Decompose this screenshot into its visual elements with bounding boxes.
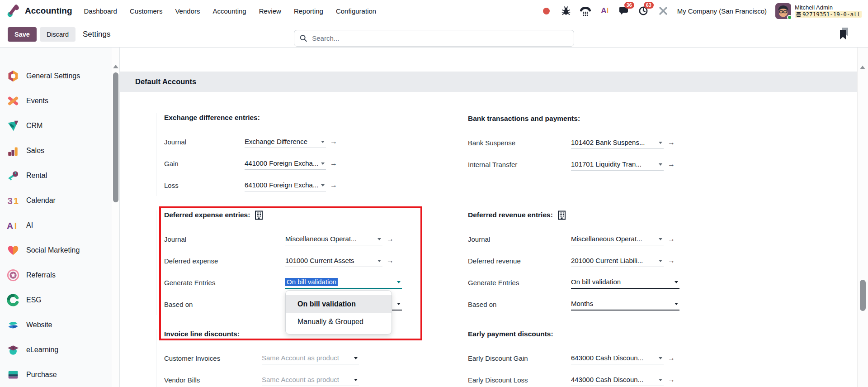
control-panel: Save Discard Settings [0,22,868,48]
internal-link-icon[interactable]: → [668,256,675,265]
internal-link-icon[interactable]: → [330,181,337,190]
avatar [775,3,791,19]
dropdown-caret-icon[interactable] [354,379,358,381]
internal-link-icon[interactable]: → [668,138,675,147]
sidebar-item-purchase[interactable]: Purchase [0,362,112,387]
ai-icon[interactable]: AI [599,5,611,17]
main-scrollbar[interactable] [857,48,868,387]
dropdown-option[interactable]: On bill validation [286,295,392,313]
dropdown-caret-icon[interactable] [321,141,325,143]
sidebar-item-crm[interactable]: CRM [0,113,112,138]
field-select[interactable]: Months [571,298,679,311]
scroll-up-arrow-icon[interactable] [113,65,118,68]
field-label: Vendor Bills [164,376,262,384]
sidebar-item-events[interactable]: Events [0,88,112,113]
dropdown-caret-icon[interactable] [377,260,381,262]
discard-button[interactable]: Discard [40,27,75,42]
group-title-text: Deferred revenue entries: [468,211,553,219]
field-m2o[interactable]: 101402 Bank Suspens... [571,137,664,149]
activities-icon[interactable]: 63 [637,5,650,17]
field-select-placeholder[interactable]: Same Account as product [262,374,359,386]
field-m2o[interactable]: 201000 Current Liabili... [571,255,664,267]
field-m2o[interactable]: Miscellaneous Operat... [571,233,664,245]
internal-link-icon[interactable]: → [330,137,337,146]
company-switcher[interactable]: My Company (San Francisco) [677,7,767,15]
sidebar-scrollbar[interactable] [112,48,120,387]
dropdown-caret-icon[interactable] [321,162,325,165]
scroll-up-arrow-icon[interactable] [860,66,865,69]
menu-configuration[interactable]: Configuration [336,7,376,15]
dropdown-caret-icon[interactable] [659,357,662,359]
settings-group-exchange: Exchange difference entries:JournalExcha… [156,113,423,196]
voip-phone-icon[interactable] [579,5,592,17]
field-value: On bill validation [285,278,338,286]
internal-link-icon[interactable]: → [387,234,394,244]
sidebar-item-calendar[interactable]: 31Calendar [0,188,112,213]
sidebar-item-rental[interactable]: Rental [0,163,112,188]
field-m2o[interactable]: 643000 Cash Discoun... [571,352,664,364]
field-select[interactable]: On bill validation [571,277,679,289]
search-input[interactable] [311,34,568,43]
menu-dashboard[interactable]: Dashboard [84,7,117,15]
bug-icon[interactable] [560,5,572,17]
save-button[interactable]: Save [8,27,37,42]
internal-link-icon[interactable]: → [387,256,394,265]
app-switcher[interactable]: Accounting [6,4,72,18]
internal-link-icon[interactable]: → [668,234,675,244]
field-m2o[interactable]: 641000 Foreign Excha... [245,179,326,191]
sidebar-item-sales[interactable]: Sales [0,138,112,163]
sidebar-item-ai[interactable]: AIAI [0,213,112,238]
dropdown-caret-icon[interactable] [659,238,662,240]
sidebar-item-elearning[interactable]: eLearning [0,337,112,362]
sidebar-item-esg[interactable]: ESG [0,287,112,312]
sidebar-item-social-marketing[interactable]: Social Marketing [0,238,112,263]
sidebar-item-website[interactable]: Website [0,312,112,337]
dropdown-caret-icon[interactable] [675,303,678,305]
field-select-open[interactable]: On bill validationOn bill validationManu… [285,277,402,289]
field-m2o[interactable]: 443000 Cash Discoun... [571,374,664,386]
menu-reporting[interactable]: Reporting [294,7,323,15]
social-marketing-icon [6,243,20,258]
sidebar-item-general-settings[interactable]: General Settings [0,63,112,88]
dropdown-caret-icon[interactable] [659,142,662,144]
user-menu[interactable]: Mitchell Admin 92719351-19-0-all [775,3,862,19]
bookmark-icon[interactable] [838,27,850,41]
field-m2o[interactable]: 101000 Current Assets [285,255,382,267]
dropdown-caret-icon[interactable] [397,303,401,305]
dropdown-caret-icon[interactable] [397,281,401,283]
field-label: Journal [468,235,571,243]
field-m2o[interactable]: Miscellaneous Operat... [285,233,382,245]
field-m2o[interactable]: 441000 Foreign Excha... [245,158,326,170]
internal-link-icon[interactable]: → [668,375,675,384]
tools-icon[interactable] [657,5,670,17]
dropdown-caret-icon[interactable] [659,260,662,262]
menu-vendors[interactable]: Vendors [175,7,200,15]
field-m2o[interactable]: Exchange Difference [245,136,326,148]
dropdown-caret-icon[interactable] [321,184,325,186]
record-dot-icon[interactable] [540,5,553,17]
menu-accounting[interactable]: Accounting [212,7,246,15]
dropdown-caret-icon[interactable] [675,281,678,283]
dropdown-caret-icon[interactable] [659,163,662,166]
field-label: Journal [164,235,285,243]
sidebar-scroll-thumb[interactable] [113,72,118,202]
dropdown-caret-icon[interactable] [659,379,662,381]
sidebar-item-referrals[interactable]: Referrals [0,263,112,287]
internal-link-icon[interactable]: → [330,159,337,168]
field-m2o[interactable]: 101701 Liquidity Tran... [571,158,664,171]
svg-text:3: 3 [8,196,13,205]
internal-link-icon[interactable]: → [668,160,675,169]
field-value: 643000 Cash Discoun... [571,354,643,362]
dropdown-caret-icon[interactable] [377,238,381,240]
dropdown-option[interactable]: Manually & Grouped [286,313,392,330]
field-value: Miscellaneous Operat... [571,235,642,243]
menu-customers[interactable]: Customers [130,7,163,15]
search-bar[interactable] [294,30,574,47]
messages-icon[interactable]: 36 [618,5,631,17]
dropdown-caret-icon[interactable] [354,357,358,359]
field-select-placeholder[interactable]: Same Account as product [262,352,359,364]
menu-review[interactable]: Review [259,7,281,15]
internal-link-icon[interactable]: → [668,354,675,363]
main-scroll-thumb[interactable] [860,280,866,311]
sidebar-item-label: Sales [26,147,44,155]
